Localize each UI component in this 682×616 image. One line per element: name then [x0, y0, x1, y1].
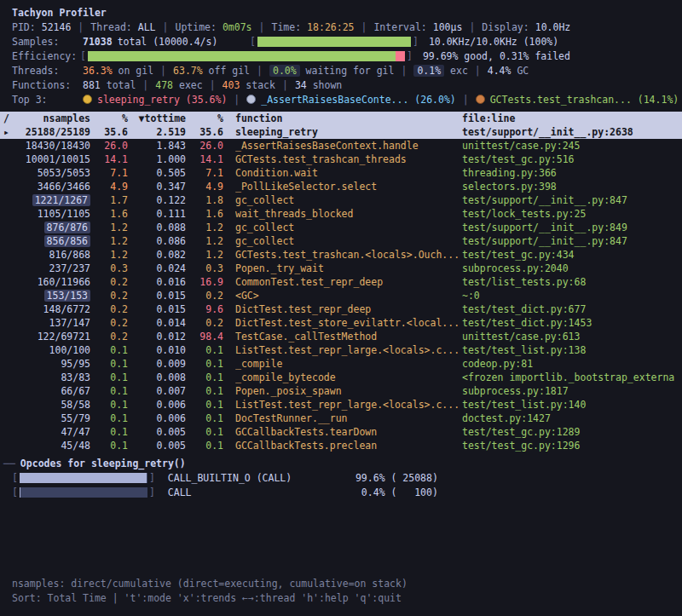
table-row[interactable]: 45/480.10.0050.1GCCallbackTests.preclean…: [0, 439, 682, 452]
table-row[interactable]: 10001/1001514.11.00014.1GCTests.test_tra…: [0, 153, 682, 166]
separator: |: [234, 94, 240, 106]
table-row[interactable]: 66/670.10.0070.1Popen._posix_spawnsubpro…: [0, 384, 682, 398]
table-row[interactable]: 148/67720.20.0159.6DictTest.test_repr_de…: [0, 302, 682, 316]
cumulative-pct-cell: 98.4: [186, 330, 223, 343]
tottime-cell: 0.010: [128, 343, 186, 357]
direct-pct-cell: 14.1: [90, 153, 128, 166]
nsamples-value: 148/6772: [43, 303, 90, 315]
table-row[interactable]: 1221/12671.70.1221.8gc_collecttest/suppo…: [0, 193, 682, 207]
uptime-label: Uptime:: [175, 21, 216, 33]
threads-gc-label: GC: [511, 65, 529, 77]
direct-pct-cell: 0.1: [90, 398, 128, 412]
tottime-cell: 0.082: [128, 248, 186, 262]
table-row[interactable]: 18430/1843026.01.84326.0_AssertRaisesBas…: [0, 139, 682, 153]
bar-close-bracket: ]: [149, 472, 155, 484]
separator: |: [163, 21, 169, 33]
bar-close-bracket: ]: [149, 486, 155, 498]
opcode-bar-fill: [20, 487, 20, 498]
direct-pct-cell: 0.1: [90, 412, 128, 425]
threads-off-gil-label: off gil: [203, 65, 250, 77]
gold-medal-icon: [83, 95, 92, 104]
column-header-pct-cumulative[interactable]: %: [186, 112, 223, 125]
table-row[interactable]: ▸25188/2518935.62.51935.6sleeping_retryt…: [0, 125, 682, 139]
separator: |: [259, 21, 265, 33]
column-header-tottime[interactable]: ▼tottime: [128, 112, 186, 125]
separator: |: [361, 21, 367, 33]
file-line-cell: <frozen importlib._bootstrap_externa: [462, 371, 682, 384]
file-line-cell: test/support/__init__.py:849: [462, 221, 682, 234]
tottime-cell: 0.015: [128, 302, 186, 316]
table-row[interactable]: 856/8561.20.0861.2gc_collecttest/support…: [0, 234, 682, 248]
separator: |: [257, 65, 263, 77]
tottime-cell: 0.005: [128, 425, 186, 439]
column-header-file-line[interactable]: file:line: [462, 112, 682, 125]
cumulative-pct-cell: 4.9: [186, 180, 223, 193]
function-cell: gc_collect: [235, 221, 459, 234]
threads-off-gil-value: 63.7%: [173, 65, 203, 77]
top3-function-1[interactable]: sleeping_retry (35.6%): [97, 94, 227, 106]
table-row[interactable]: 3466/34664.90.3474.9_PollLikeSelector.se…: [0, 180, 682, 193]
direct-pct-cell: 1.2: [90, 234, 128, 248]
function-cell: GCTests.test_trashcan_threads: [235, 153, 459, 166]
top3-entries: sleeping_retry (35.6%)|_AssertRaisesBase…: [83, 94, 679, 106]
separator: |: [78, 21, 84, 33]
table-row[interactable]: 122/697210.20.01298.4TestCase._callTestM…: [0, 330, 682, 343]
top3-function-3[interactable]: GCTests.test_trashcan... (14.1%): [490, 94, 679, 106]
nsamples-cell: 122/69721: [12, 330, 90, 343]
direct-pct-cell: 0.1: [90, 357, 128, 371]
table-row[interactable]: 160/119660.20.01616.9CommonTest.test_rep…: [0, 275, 682, 289]
direct-pct-cell: 0.1: [90, 371, 128, 384]
nsamples-value: 45/48: [61, 440, 90, 452]
cumulative-pct-cell: 0.3: [186, 262, 223, 275]
column-header-pct-direct[interactable]: %: [90, 112, 128, 125]
table-row[interactable]: 58/580.10.0060.1ListTest.test_repr_large…: [0, 398, 682, 412]
top3-function-2[interactable]: _AssertRaisesBaseConte... (26.0%): [261, 94, 455, 106]
nsamples-cell: 10001/10015: [12, 153, 90, 166]
nsamples-value: 160/11966: [38, 276, 90, 288]
table-row[interactable]: 876/8761.20.0881.2gc_collecttest/support…: [0, 221, 682, 234]
table-row[interactable]: 83/830.10.0080.1_compile_bytecode<frozen…: [0, 371, 682, 384]
direct-pct-cell: 0.2: [90, 330, 128, 343]
nsamples-cell: 148/6772: [12, 302, 90, 316]
nsamples-value: 58/58: [61, 399, 90, 411]
nsamples-value: 66/67: [61, 385, 90, 397]
function-cell: DictTest.test_store_evilattr.<local...: [235, 316, 459, 330]
table-row[interactable]: 237/2370.30.0240.3Popen._try_waitsubproc…: [0, 262, 682, 275]
separator: |: [463, 94, 469, 106]
table-row[interactable]: 137/1470.20.0140.2DictTest.test_store_ev…: [0, 316, 682, 330]
column-header-function[interactable]: function: [235, 112, 459, 125]
table-row[interactable]: 47/470.10.0050.1GCCallbackTests.tearDown…: [0, 425, 682, 439]
separator: |: [142, 79, 148, 91]
nsamples-cell: 100/100: [12, 343, 90, 357]
tottime-cell: 0.012: [128, 330, 186, 343]
nsamples-value: 83/83: [61, 371, 90, 383]
functions-total-label: total: [101, 79, 136, 91]
table-row[interactable]: 95/950.10.0090.1_compilecodeop.py:81: [0, 357, 682, 371]
tottime-cell: 0.111: [128, 207, 186, 221]
threads-gc-value: 4.4%: [488, 65, 512, 77]
table-row[interactable]: 100/1000.10.0100.1ListTest.test_repr_lar…: [0, 343, 682, 357]
opcode-bar-track: [20, 487, 147, 498]
nsamples-cell: 58/58: [12, 398, 90, 412]
top3-label: Top 3:: [12, 94, 77, 106]
table-row[interactable]: 1105/11051.60.1111.6wait_threads_blocked…: [0, 207, 682, 221]
cumulative-pct-cell: 1.8: [186, 193, 223, 207]
nsamples-cell: 1221/1267: [12, 193, 90, 207]
thread-value[interactable]: ALL: [138, 21, 156, 33]
tottime-cell: 0.014: [128, 316, 186, 330]
file-line-cell: test/test_gc.py:516: [462, 153, 682, 166]
bronze-medal-icon: [476, 95, 485, 104]
direct-pct-cell: 26.0: [90, 139, 128, 153]
file-line-cell: test/test_gc.py:1289: [462, 425, 682, 439]
file-line-cell: test/support/__init__.py:847: [462, 234, 682, 248]
table-row[interactable]: 5053/50537.10.5057.1Condition.waitthread…: [0, 166, 682, 180]
direct-pct-cell: 0.3: [90, 262, 128, 275]
cumulative-pct-cell: 9.6: [186, 302, 223, 316]
table-row[interactable]: 55/790.10.0060.1DocTestRunner.__rundocte…: [0, 412, 682, 425]
tottime-cell: 0.016: [128, 275, 186, 289]
column-header-nsamples[interactable]: nsamples: [12, 112, 90, 125]
threads-waiting-gil-value: 0.0%: [269, 65, 300, 77]
table-row[interactable]: 816/8681.20.0821.2GCTests.test_trashcan.…: [0, 248, 682, 262]
function-table: /nsamples%▼tottime%functionfile:line▸251…: [0, 112, 682, 452]
table-row[interactable]: 153/1530.20.0150.2<GC>~:0: [0, 289, 682, 302]
